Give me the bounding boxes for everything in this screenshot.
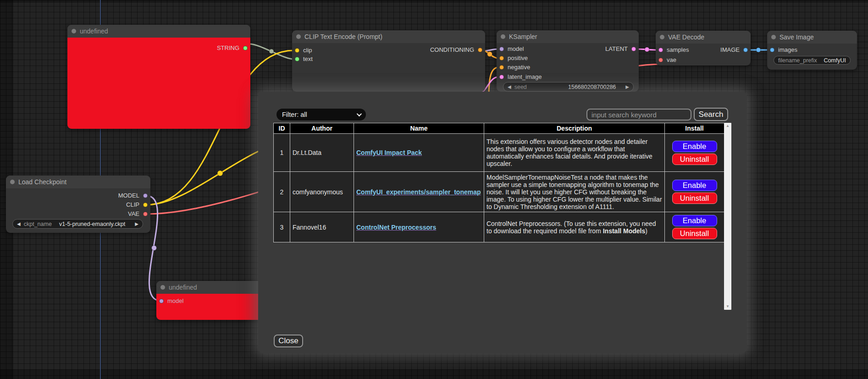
node-clip-text-encode[interactable]: CLIP Text Encode (Prompt) clip text COND…	[292, 30, 485, 92]
output-slot-conditioning: CONDITIONING	[430, 46, 482, 54]
scroll-down-icon[interactable]: ▼	[726, 303, 730, 310]
node-title: VAE Decode	[668, 33, 704, 41]
extension-actions: EnableUninstall	[665, 172, 724, 212]
positive-input-port[interactable]	[499, 56, 504, 60]
extension-link[interactable]: ComfyUI_experiments/sampler_tonemap	[356, 188, 481, 196]
vae-input-port[interactable]	[658, 58, 663, 62]
node-ksampler-body: model positive negative latent_image LAT…	[497, 43, 639, 92]
column-header-name: Name	[354, 123, 484, 134]
close-button[interactable]: Close	[274, 335, 303, 347]
input-slot-clip: clip	[295, 46, 312, 55]
node-graph-canvas[interactable]: undefined STRING CLIP Text Encode (Promp…	[0, 0, 868, 379]
search-button[interactable]: Search	[694, 108, 728, 121]
model-output-port[interactable]	[143, 193, 148, 198]
model-input-port[interactable]	[499, 47, 504, 51]
filter-select[interactable]: Filter: all	[276, 109, 366, 121]
uninstall-button[interactable]: Uninstall	[672, 154, 717, 165]
input-slot-vae: vae	[658, 56, 676, 64]
node-load-checkpoint-header[interactable]: Load Checkpoint	[6, 176, 150, 188]
widget-value: ComfyUI	[824, 57, 846, 64]
extension-id: 3	[274, 212, 290, 242]
vae-output-port[interactable]	[143, 212, 148, 216]
scroll-up-icon[interactable]: ▲	[726, 123, 730, 129]
widget-label: ckpt_name	[24, 221, 52, 227]
latent-output-port[interactable]	[631, 47, 636, 51]
extension-description: ControlNet Preprocessors. (To use this e…	[484, 212, 665, 242]
wire-midpoint-dot	[487, 52, 492, 57]
extension-author: Dr.Lt.Data	[290, 134, 354, 172]
input-label: model	[508, 45, 524, 52]
node-status-dot-icon	[72, 29, 76, 33]
string-output-port[interactable]	[243, 46, 248, 50]
uninstall-button[interactable]: Uninstall	[672, 192, 717, 204]
uninstall-button[interactable]: Uninstall	[672, 228, 717, 239]
output-label: IMAGE	[720, 46, 740, 53]
node-ksampler-header[interactable]: KSampler	[497, 30, 639, 43]
node-status-dot-icon	[501, 34, 505, 39]
wire-midpoint-dot	[756, 48, 761, 52]
node-status-dot-icon	[771, 35, 776, 39]
enable-button[interactable]: Enable	[672, 180, 717, 191]
node-undefined-bottom-header[interactable]: undefined	[156, 281, 259, 294]
node-undefined-bottom[interactable]: undefined model	[156, 281, 259, 320]
node-undefined-top[interactable]: undefined STRING	[67, 25, 250, 129]
output-label: MODEL	[118, 192, 139, 199]
node-save-image[interactable]: Save Image images filename_prefix ComfyU…	[767, 31, 857, 70]
node-clip-text-encode-header[interactable]: CLIP Text Encode (Prompt)	[292, 30, 485, 43]
node-save-image-header[interactable]: Save Image	[767, 31, 857, 44]
decrement-arrow-icon[interactable]: ◀	[17, 219, 21, 229]
node-load-checkpoint-body: MODEL CLIP VAE ◀ ckpt_name v1-5-pruned-e…	[6, 188, 150, 233]
extensions-table-zone: ID Author Name Description Install 1Dr.L…	[273, 123, 731, 310]
extension-description: ModelSamplerTonemapNoiseTest a node that…	[484, 172, 665, 212]
image-output-port[interactable]	[743, 48, 748, 52]
output-label: LATENT	[605, 45, 628, 52]
node-vae-decode[interactable]: VAE Decode samples vae IMAGE	[656, 31, 751, 66]
conditioning-output-port[interactable]	[478, 48, 482, 52]
extension-row: 2comfyanonymousComfyUI_experiments/sampl…	[274, 172, 724, 212]
node-vae-decode-body: samples vae IMAGE	[656, 44, 751, 66]
filename-prefix-widget[interactable]: filename_prefix ComfyUI	[774, 56, 851, 65]
clip-output-port[interactable]	[143, 203, 148, 207]
search-input[interactable]	[586, 109, 691, 121]
output-label: CLIP	[126, 201, 139, 208]
extension-link[interactable]: ControlNet Preprocessors	[356, 224, 436, 231]
node-clip-text-encode-body: clip text CONDITIONING	[292, 43, 485, 92]
increment-arrow-icon[interactable]: ▶	[625, 82, 629, 92]
clip-input-port[interactable]	[295, 48, 299, 53]
node-vae-decode-header[interactable]: VAE Decode	[656, 31, 751, 44]
node-ksampler[interactable]: KSampler model positive negative latent_…	[497, 30, 639, 92]
input-slot-latent-image: latent_image	[499, 73, 542, 81]
input-slot-model: model	[499, 45, 524, 53]
enable-button[interactable]: Enable	[672, 141, 717, 152]
extensions-table: ID Author Name Description Install 1Dr.L…	[273, 123, 724, 242]
node-load-checkpoint[interactable]: Load Checkpoint MODEL CLIP VAE ◀ ckpt_na…	[6, 176, 150, 233]
input-label: negative	[508, 64, 530, 71]
input-slot-text: text	[295, 55, 313, 63]
node-undefined-top-header[interactable]: undefined	[67, 25, 250, 38]
negative-input-port[interactable]	[499, 65, 504, 70]
samples-input-port[interactable]	[658, 48, 663, 52]
wire-midpoint-dot	[269, 49, 274, 54]
ckpt-name-widget[interactable]: ◀ ckpt_name v1-5-pruned-emaonly.ckpt ▶	[12, 219, 143, 229]
model-input-port[interactable]	[159, 299, 164, 303]
text-input-port[interactable]	[295, 57, 299, 61]
seed-widget[interactable]: ◀ seed 156680208700286 ▶	[503, 82, 634, 92]
decrement-arrow-icon[interactable]: ◀	[508, 82, 511, 92]
extension-actions: EnableUninstall	[665, 134, 724, 172]
node-status-dot-icon	[660, 35, 664, 39]
node-title: Load Checkpoint	[18, 178, 66, 186]
extension-actions: EnableUninstall	[665, 212, 724, 242]
output-label: VAE	[128, 210, 139, 217]
enable-button[interactable]: Enable	[672, 215, 717, 226]
table-scrollbar[interactable]: ▲ ▼	[724, 123, 731, 310]
input-label: text	[303, 55, 313, 62]
images-input-port[interactable]	[770, 48, 774, 52]
latent-image-input-port[interactable]	[499, 75, 504, 79]
extension-id: 2	[274, 172, 290, 212]
extension-link[interactable]: ComfyUI Impact Pack	[356, 149, 422, 156]
node-title: CLIP Text Encode (Prompt)	[304, 33, 382, 40]
increment-arrow-icon[interactable]: ▶	[135, 219, 138, 229]
input-label: clip	[303, 47, 312, 54]
widget-label: filename_prefix	[778, 57, 817, 64]
output-slot-image: IMAGE	[720, 46, 748, 54]
